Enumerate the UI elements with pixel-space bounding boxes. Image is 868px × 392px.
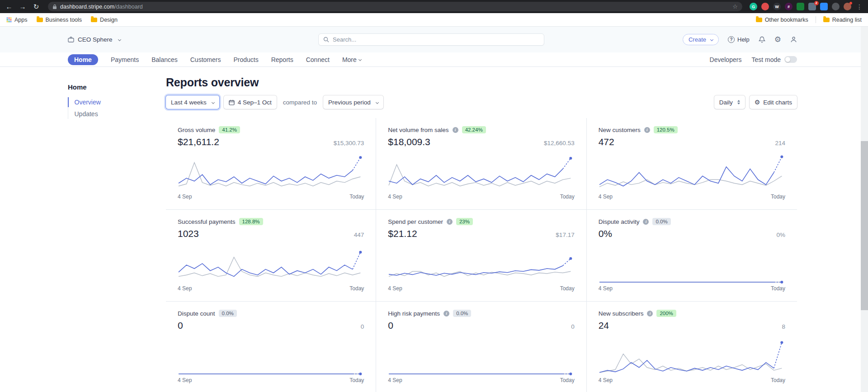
wordpress-extension-icon[interactable]: W (773, 3, 781, 10)
metric-card[interactable]: Net volume from sales i 42.24% $18,009.3… (376, 118, 586, 210)
comparison-value: 0% (776, 231, 785, 238)
edit-charts-button[interactable]: ⚙ Edit charts (750, 95, 797, 109)
bookmark-business-tools[interactable]: Business tools (37, 17, 82, 23)
sheets-extension-icon[interactable] (797, 3, 804, 10)
date-range-picker[interactable]: 4 Sep–1 Oct (224, 95, 277, 109)
gear-icon: ⚙ (774, 36, 781, 43)
video-extension-icon[interactable] (820, 3, 828, 10)
metric-value: $21,611.2 (178, 137, 219, 147)
bookmark-label: Other bookmarks (765, 17, 808, 23)
profile-notification-dot (849, 2, 852, 5)
trend-chart (178, 334, 364, 377)
bookmarks-bar: Apps Business tools Design Other bookmar… (0, 13, 868, 27)
folder-icon (91, 18, 97, 22)
address-bar[interactable]: dashboard.stripe.com/dashboard ☆ (48, 2, 742, 11)
nav-reports[interactable]: Reports (271, 56, 293, 63)
sidebar-item-updates[interactable]: Updates (68, 109, 148, 119)
compare-period-select[interactable]: Previous period (323, 95, 383, 109)
chevron-down-icon (376, 100, 379, 104)
search-input[interactable] (333, 36, 539, 43)
nav-developers[interactable]: Developers (710, 56, 742, 63)
x-start-label: 4 Sep (388, 377, 402, 383)
bookmark-design[interactable]: Design (91, 17, 118, 23)
global-search[interactable] (318, 33, 544, 46)
apps-grid-icon (6, 17, 12, 23)
sidebar-item-overview[interactable]: Overview (68, 97, 148, 107)
metric-card[interactable]: Dispute count 0.0% 0 0 4 Sep Today (166, 302, 376, 392)
interval-select[interactable]: Daily (714, 95, 745, 109)
x-start-label: 4 Sep (599, 285, 613, 292)
nav-more-label: More (342, 56, 357, 63)
sidebar: Home Overview Updates (0, 67, 166, 392)
back-icon[interactable]: ← (5, 3, 14, 10)
account-switcher[interactable]: CEO Sphere (68, 36, 121, 43)
nav-payments[interactable]: Payments (111, 56, 139, 63)
scrollbar-thumb[interactable] (861, 141, 868, 310)
nav-more[interactable]: More (342, 56, 361, 63)
metric-card[interactable]: Gross volume 41.2% $21,611.2 $15,300.73 … (166, 118, 376, 210)
notifications-button[interactable] (759, 36, 765, 43)
metric-card[interactable]: New subscribers i 200% 24 8 4 Sep Today (587, 302, 797, 392)
settings-button[interactable]: ⚙ (774, 36, 781, 43)
info-icon[interactable]: i (643, 219, 649, 225)
account-name: CEO Sphere (78, 36, 113, 43)
reload-icon[interactable]: ↻ (32, 3, 41, 10)
nav-home[interactable]: Home (68, 54, 98, 65)
chevron-down-icon (118, 38, 121, 41)
reading-list[interactable]: Reading list (823, 17, 862, 23)
info-icon[interactable]: i (453, 127, 458, 133)
adblock-extension-icon[interactable] (761, 3, 769, 10)
bookmark-apps[interactable]: Apps (6, 17, 28, 23)
scrollbar-track[interactable] (861, 27, 868, 392)
up-down-chevrons-icon (737, 100, 740, 104)
metric-card[interactable]: Dispute activity i 0.0% 0% 0% 4 Sep Toda… (587, 210, 797, 302)
sidebar-heading: Home (68, 83, 148, 91)
slack-extension-icon[interactable]: # (785, 3, 793, 10)
browser-menu-icon[interactable]: ⋮ (855, 3, 863, 10)
metric-card[interactable]: New customers i 120.5% 472 214 4 Sep Tod… (587, 118, 797, 210)
comparison-value: 447 (354, 231, 364, 238)
url-text: dashboard.stripe.com/dashboard (60, 4, 143, 10)
info-icon[interactable]: i (447, 219, 453, 225)
info-icon[interactable]: i (443, 311, 449, 316)
calendar-icon (229, 99, 235, 105)
change-badge: 42.24% (462, 126, 486, 133)
trend-chart (599, 150, 785, 193)
profile-button[interactable] (790, 36, 797, 43)
nav-balances[interactable]: Balances (151, 56, 178, 63)
trend-chart (388, 334, 574, 377)
metric-value: $21.12 (388, 228, 417, 239)
extensions-puzzle-icon[interactable] (832, 3, 840, 10)
comparison-value: $12,660.53 (544, 140, 575, 146)
metric-card[interactable]: High risk payments i 0.0% 0 0 4 Sep Toda… (376, 302, 586, 392)
forward-icon[interactable]: → (18, 3, 27, 10)
browser-profile-avatar[interactable] (844, 3, 851, 10)
test-mode-toggle[interactable] (784, 56, 797, 63)
nav-customers[interactable]: Customers (190, 56, 221, 63)
help-button[interactable]: ? Help (728, 36, 750, 43)
info-icon[interactable]: i (644, 127, 650, 133)
mail-extension-icon[interactable]: 2 (808, 3, 816, 10)
grammarly-extension-icon[interactable]: G (750, 3, 757, 10)
interval-value: Daily (719, 99, 733, 106)
metric-value: 0 (388, 320, 393, 331)
metric-title: New customers (599, 127, 641, 133)
metric-card[interactable]: Successful payments 128.8% 1023 447 4 Se… (166, 210, 376, 302)
other-bookmarks[interactable]: Other bookmarks (756, 17, 808, 23)
extension-badge: 2 (814, 1, 819, 5)
create-button[interactable]: Create (683, 34, 719, 45)
nav-connect[interactable]: Connect (306, 56, 330, 63)
bookmark-star-icon[interactable]: ☆ (732, 3, 738, 10)
x-end-label: Today (349, 194, 364, 200)
date-range-select-value: Last 4 weeks (171, 99, 207, 106)
metric-title: Net volume from sales (388, 127, 448, 133)
gear-icon: ⚙ (755, 99, 760, 105)
x-end-label: Today (771, 377, 785, 383)
change-badge: 0.0% (453, 310, 471, 317)
toggle-knob (785, 57, 790, 62)
metric-card[interactable]: Spend per customer i 23% $21.12 $17.17 4… (376, 210, 586, 302)
nav-products[interactable]: Products (233, 56, 258, 63)
date-range-select[interactable]: Last 4 weeks (166, 95, 219, 109)
info-icon[interactable]: i (647, 311, 653, 316)
chevron-down-icon (212, 100, 215, 104)
